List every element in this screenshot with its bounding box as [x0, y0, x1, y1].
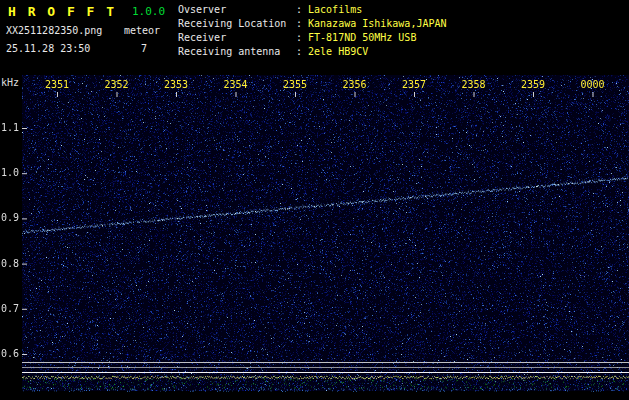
mode-label: meteor [124, 25, 160, 36]
info-separator: : [296, 32, 302, 43]
y-tick-label: 0.8 [0, 258, 19, 269]
y-tick-label: 0.7 [0, 303, 19, 314]
info-label: Receiver [178, 31, 296, 45]
freq-unit-label: kHz [1, 77, 19, 88]
info-value: Kanazawa Ishikawa,JAPAN [308, 18, 446, 29]
info-row-receiver: Receiver:FT-817ND 50MHz USB [178, 31, 447, 45]
y-tick-label: 1.1 [0, 122, 19, 133]
info-row-location: Receiving Location:Kanazawa Ishikawa,JAP… [178, 17, 447, 31]
hrofft-screen: H R O F F T 1.0.0 XX2511282350.png meteo… [0, 0, 629, 400]
app-title: H R O F F T [8, 4, 116, 19]
info-block: Ovserver:Lacofilms Receiving Location:Ka… [178, 3, 447, 59]
y-tick-label: 0.6 [0, 348, 19, 359]
info-separator: : [296, 4, 302, 15]
info-value: Lacofilms [308, 4, 362, 15]
y-tick-label: 0.9 [0, 212, 19, 223]
app-version: 1.0.0 [132, 5, 165, 18]
y-tick-label: 1.0 [0, 167, 19, 178]
datetime: 25.11.28 23:50 [6, 43, 90, 54]
info-label: Ovserver [178, 3, 296, 17]
echo-count: 7 [141, 43, 147, 54]
filename: XX2511282350.png [6, 25, 102, 36]
info-label: Receiving antenna [178, 45, 296, 59]
info-row-antenna: Receiving antenna:2ele HB9CV [178, 45, 447, 59]
spectrogram-canvas [22, 75, 629, 400]
info-value: FT-817ND 50MHz USB [308, 32, 416, 43]
info-value: 2ele HB9CV [308, 46, 368, 57]
info-separator: : [296, 18, 302, 29]
info-row-observer: Ovserver:Lacofilms [178, 3, 447, 17]
info-separator: : [296, 46, 302, 57]
info-label: Receiving Location [178, 17, 296, 31]
